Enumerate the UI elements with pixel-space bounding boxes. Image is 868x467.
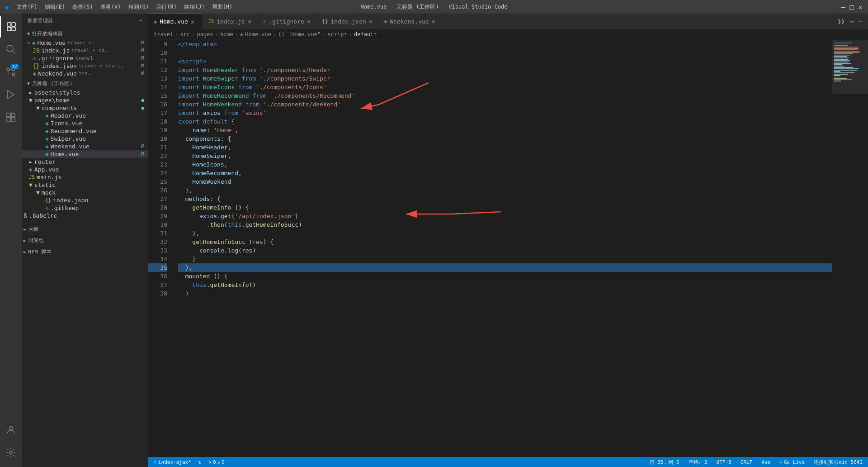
tree-item-label: Weekend.vue	[51, 143, 90, 150]
tab-close-icon[interactable]: ✕	[248, 18, 251, 25]
tab-index-json[interactable]: {} index.json ✕	[316, 14, 378, 29]
menu-select[interactable]: 选择(S)	[69, 2, 97, 12]
status-sync[interactable]: ↻	[197, 459, 203, 465]
tree-file-recommend[interactable]: ◈ Recommend.vue	[22, 127, 148, 135]
explorer-header: 资源管理器 ⋯	[22, 14, 148, 28]
status-golive[interactable]: ⚡ Go Live	[778, 459, 807, 465]
breadcrumb-homevue[interactable]: Home.vue	[245, 31, 271, 38]
tab-index-js[interactable]: JS index.js ✕	[203, 14, 257, 29]
tree-folder-components[interactable]: ▼ components ●	[22, 104, 148, 112]
open-editor-index-json[interactable]: {} index.json travel • stati… M	[22, 62, 148, 70]
split-editor-icon[interactable]: ❱❱	[836, 17, 847, 26]
menu-help[interactable]: 帮助(H)	[208, 2, 236, 12]
activity-search[interactable]	[0, 38, 22, 60]
breadcrumb-pages[interactable]: pages	[197, 31, 213, 38]
more-actions-icon[interactable]: ⋯	[857, 17, 864, 26]
activity-source-control[interactable]: 47	[0, 61, 22, 83]
close-icon[interactable]: ✕	[27, 40, 30, 46]
status-branch[interactable]: ⑂ index-ajax*	[152, 459, 193, 465]
vue-icon: ◈	[29, 166, 33, 173]
tree-folder-assets[interactable]: ► assets\styles	[22, 89, 148, 96]
tree-item-label: components	[42, 105, 77, 111]
tree-file-swiper[interactable]: ◈ Swiper.vue	[22, 135, 148, 143]
close-button[interactable]: ✕	[857, 4, 863, 10]
tree-file-icons[interactable]: ◈ Icons.vue	[22, 119, 148, 127]
breadcrumb-travel[interactable]: travel	[154, 31, 173, 38]
tree-folder-static[interactable]: ▼ static	[22, 181, 148, 189]
vue-icon: ◈	[45, 143, 49, 150]
tab-gitignore[interactable]: ◆ .gitignore ✕	[257, 14, 316, 29]
explorer-more-icon[interactable]: ⋯	[139, 18, 142, 24]
tree-file-weekend[interactable]: ◈ Weekend.vue M	[22, 143, 148, 150]
minimize-button[interactable]: —	[840, 4, 846, 10]
tree-file-home[interactable]: ◈ Home.vue M	[22, 150, 148, 158]
breadcrumb-script[interactable]: script	[327, 31, 347, 38]
tree-item-label: Home.vue	[51, 151, 79, 157]
code-editor[interactable]: 9 10 11 12 13 14 15 16 17 18 19 20 21 22…	[148, 40, 868, 457]
code-line-30: .then(this.getHomeInfoSucc)	[178, 220, 832, 229]
activity-debug[interactable]	[0, 84, 22, 105]
svg-point-17	[9, 451, 12, 454]
code-line-22: HomeSwiper,	[178, 152, 832, 160]
title-bar-left: ◆ 文件(F) 编辑(E) 选择(S) 查看(V) 转到(G) 运行(R) 终端…	[5, 2, 236, 12]
open-editors-section[interactable]: ▼ 打开的编辑器	[22, 28, 148, 39]
branch-name: index-ajax*	[158, 459, 191, 465]
status-indent[interactable]: 空格: 2	[687, 459, 709, 466]
menu-terminal[interactable]: 终端(J)	[180, 2, 208, 12]
activity-extensions[interactable]	[0, 106, 22, 128]
outline-section[interactable]: ► 大纲	[22, 223, 148, 234]
status-encoding[interactable]: UTF-8	[715, 459, 733, 465]
tree-file-indexjson[interactable]: {} index.json	[22, 196, 148, 204]
tree-file-gitkeep[interactable]: ◆ .gitkeep	[22, 204, 148, 212]
source-control-badge: 47	[10, 64, 19, 69]
tree-folder-router[interactable]: ► router	[22, 158, 148, 166]
toggle-panel-icon[interactable]: ▭	[848, 17, 855, 26]
activity-settings[interactable]	[0, 442, 22, 463]
menu-file[interactable]: 文件(F)	[13, 2, 41, 12]
tree-file-main[interactable]: JS main.js	[22, 173, 148, 181]
folder-icon: ▼	[36, 189, 40, 196]
open-editor-gitignore[interactable]: ◆ .gitignore travel M	[22, 54, 148, 62]
modified-badge: M	[141, 48, 144, 53]
svg-point-6	[7, 68, 9, 71]
status-language[interactable]: Vue	[760, 459, 772, 465]
tab-close-icon[interactable]: ✕	[191, 18, 194, 25]
status-cursor[interactable]: 行 35，列 5	[648, 459, 681, 466]
breadcrumb-src[interactable]: src	[180, 31, 190, 38]
activity-explorer[interactable]	[0, 16, 22, 38]
open-editor-weekend-vue[interactable]: ◈ Weekend.vue tra… M	[22, 70, 148, 77]
tree-file-babelrc[interactable]: ß .babelrc	[22, 212, 148, 219]
status-right: 行 35，列 5 空格: 2 UTF-8 CRLF Vue ⚡ Go Live	[648, 459, 864, 466]
breadcrumb-sep: ›	[175, 31, 178, 38]
status-remote[interactable]: 连接到实心xin_5641	[812, 459, 864, 466]
breadcrumb-homevue-obj[interactable]: {} "Home.vue"	[278, 31, 321, 38]
status-errors[interactable]: ✕ 0 ⚠ 0	[207, 459, 226, 465]
tab-home-vue[interactable]: ◈ Home.vue ✕	[148, 14, 203, 29]
npm-section[interactable]: ► NPM 脚本	[22, 246, 148, 257]
tab-weekend-vue[interactable]: ◈ Weekend.vue ✕	[378, 14, 441, 29]
breadcrumb-home[interactable]: home	[220, 31, 233, 38]
timeline-section[interactable]: ► 时间线	[22, 234, 148, 246]
menu-edit[interactable]: 编辑(E)	[41, 2, 69, 12]
code-line-24: HomeRecommend,	[178, 169, 832, 177]
open-editor-index-js[interactable]: JS index.js travel • co… M	[22, 47, 148, 54]
menu-run[interactable]: 运行(R)	[152, 2, 180, 12]
tree-file-app[interactable]: ◈ App.vue	[22, 166, 148, 173]
workspace-section[interactable]: ▼ 无标题 (工作区)	[22, 77, 148, 89]
svg-rect-13	[11, 113, 15, 117]
menu-goto[interactable]: 转到(G)	[125, 2, 153, 12]
breadcrumb-default[interactable]: default	[354, 31, 377, 38]
tree-folder-mock[interactable]: ▼ mock	[22, 189, 148, 196]
maximize-button[interactable]: □	[849, 4, 855, 10]
code-content[interactable]: </template> <script> import HomeHeader f…	[171, 40, 832, 457]
tree-file-header[interactable]: ◈ Header.vue	[22, 112, 148, 119]
tab-close-icon[interactable]: ✕	[307, 18, 311, 25]
menu-view[interactable]: 查看(V)	[97, 2, 125, 12]
status-eol[interactable]: CRLF	[739, 459, 755, 465]
activity-account[interactable]	[0, 419, 22, 441]
tab-close-icon[interactable]: ✕	[369, 18, 373, 25]
tree-folder-pages[interactable]: ▼ pages\home ●	[22, 96, 148, 104]
open-editor-home-vue[interactable]: ✕ ◈ Home.vue travel •… M	[22, 39, 148, 47]
language-info: Vue	[761, 459, 770, 465]
tab-close-icon[interactable]: ✕	[432, 18, 435, 25]
